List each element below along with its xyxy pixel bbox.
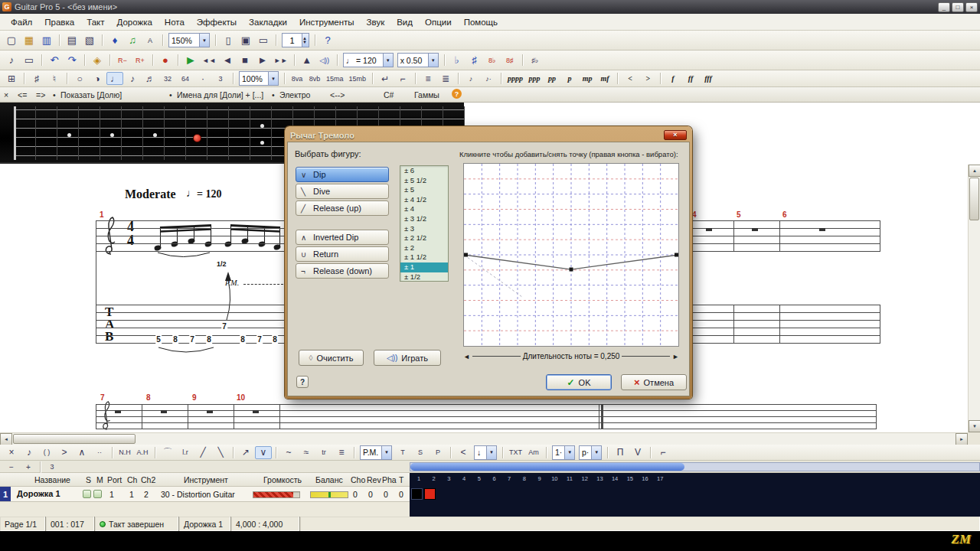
- new-score-button[interactable]: ▢: [3, 33, 20, 48]
- duration-left-arrow-icon[interactable]: ◄: [463, 353, 470, 360]
- hammer-on-button[interactable]: ⌒: [159, 446, 176, 459]
- menu-item-5[interactable]: Эффекты: [191, 15, 243, 29]
- artificial-harmonic-button[interactable]: A.H: [134, 446, 151, 459]
- fingering-left-select[interactable]: 1·▼: [552, 445, 575, 460]
- range-item[interactable]: ± 4 1/2: [400, 195, 448, 205]
- menu-item-0[interactable]: Файл: [5, 15, 38, 29]
- chorus-value[interactable]: 0: [353, 490, 358, 499]
- previous-measure-button[interactable]: ◄: [219, 53, 236, 68]
- cancel-button[interactable]: × Отмена: [621, 374, 687, 390]
- phaser-value[interactable]: 0: [384, 490, 388, 499]
- tempo-select[interactable]: ♩ = 120▼: [343, 53, 394, 67]
- figure-button-inverted-dip[interactable]: ∧Inverted Dip: [296, 230, 389, 245]
- menu-item-3[interactable]: Дорожка: [110, 15, 158, 29]
- track-number-cell[interactable]: 1: [0, 487, 11, 501]
- record-button[interactable]: ●: [157, 53, 174, 68]
- range-item[interactable]: ± 6: [400, 166, 448, 176]
- speaker-button[interactable]: ◁)): [316, 53, 333, 68]
- ottava-alta-button[interactable]: 8va: [289, 72, 305, 85]
- timeline-measure-number[interactable]: 13: [596, 475, 603, 482]
- first-measure-button[interactable]: ◄◄: [200, 53, 218, 68]
- remove-measure-button[interactable]: R−: [114, 53, 131, 68]
- key-button[interactable]: C#: [381, 89, 396, 101]
- timeline-measure-number[interactable]: 1: [417, 475, 420, 482]
- trill-button[interactable]: tr: [315, 446, 332, 459]
- current-measure-marker[interactable]: [424, 488, 436, 500]
- score-vertical-scrollbar[interactable]: ▲ ▼: [968, 165, 980, 432]
- line-lock-button[interactable]: ⌐: [394, 72, 411, 85]
- scroll-left-button[interactable]: ◄: [0, 433, 12, 445]
- scroll-right-button[interactable]: ►: [956, 433, 968, 445]
- play-figure-button[interactable]: ◁)) Играть: [374, 350, 441, 366]
- close-panel-button[interactable]: ×: [2, 89, 11, 101]
- duration-right-arrow-icon[interactable]: ►: [672, 353, 679, 360]
- range-item[interactable]: ± 5 1/2: [400, 176, 448, 186]
- wide-vibrato-button[interactable]: ≈: [298, 446, 315, 459]
- slide-legato-button[interactable]: ╱: [194, 446, 211, 459]
- help-icon[interactable]: ?: [452, 89, 462, 99]
- timeline-measure-number[interactable]: 14: [612, 475, 618, 482]
- figure-button-return[interactable]: ∪Return: [296, 246, 389, 262]
- instrument-name[interactable]: 30 - Distortion Guitar: [161, 490, 235, 499]
- prev-beat-button[interactable]: <=: [15, 89, 29, 101]
- popping-button[interactable]: P: [430, 446, 446, 459]
- mute-toggle[interactable]: [93, 490, 102, 498]
- crescendo-button[interactable]: <: [622, 72, 639, 85]
- slide-shift-button[interactable]: ╲: [212, 446, 229, 459]
- tremolo-curve-chart[interactable]: [463, 163, 679, 347]
- chord-button[interactable]: Am: [525, 446, 542, 459]
- natural-button[interactable]: ♮: [46, 72, 63, 85]
- triplet-button[interactable]: 3: [212, 72, 229, 85]
- slapping-button[interactable]: S: [412, 446, 429, 459]
- tremolo-value[interactable]: 0: [399, 490, 403, 499]
- dotted-note-button[interactable]: ·: [194, 72, 211, 85]
- timeline-scrollbar-thumb[interactable]: [410, 463, 684, 471]
- chord-grid-button[interactable]: ⊞: [3, 72, 20, 85]
- play-button[interactable]: ►: [182, 53, 199, 68]
- dynamic-ff-button[interactable]: ff: [682, 72, 699, 85]
- menu-item-10[interactable]: Опции: [419, 15, 458, 29]
- range-item[interactable]: ± 1 1/2: [400, 253, 448, 262]
- page-mode-button[interactable]: ▯: [220, 33, 237, 48]
- print-preview-button[interactable]: ▧: [81, 33, 98, 48]
- score-horizontal-scrollbar[interactable]: ◄ ►: [0, 432, 968, 445]
- pickstroke-up-button[interactable]: V: [629, 446, 646, 459]
- timeline-measure-number[interactable]: 6: [492, 475, 495, 482]
- timeline-measure-number[interactable]: 7: [508, 475, 511, 482]
- scales-button[interactable]: Гаммы: [412, 89, 442, 101]
- dialog-title-bar[interactable]: Рычаг Тремоло ×: [287, 129, 690, 142]
- timeline-measure-number[interactable]: 8: [523, 475, 526, 482]
- marker-button[interactable]: ◈: [89, 53, 106, 68]
- tuplet-small-button[interactable]: 3: [44, 461, 60, 472]
- ghost-note-button[interactable]: ( ): [38, 446, 55, 459]
- duration-plus-button[interactable]: +: [20, 461, 37, 472]
- volume-slider[interactable]: [253, 491, 300, 498]
- page-number-spinner[interactable]: 1▲▼: [282, 33, 309, 47]
- brush-select[interactable]: ↓▼: [474, 445, 497, 460]
- menu-item-7[interactable]: Инструменты: [293, 15, 361, 29]
- menu-item-1[interactable]: Правка: [38, 15, 80, 29]
- ottava-bassa-button[interactable]: 8vb: [306, 72, 323, 85]
- pickstroke-down-button[interactable]: Π: [612, 446, 629, 459]
- figure-button-dive[interactable]: ╲Dive: [296, 184, 389, 199]
- menu-item-11[interactable]: Помощь: [458, 15, 504, 29]
- electro-button[interactable]: Электро: [277, 89, 312, 101]
- horizontal-scroll-thumb[interactable]: [13, 434, 136, 444]
- metronome-button[interactable]: ▲: [299, 53, 315, 68]
- barre-button[interactable]: ⌐: [655, 446, 671, 459]
- timeline-measure-number[interactable]: 2: [433, 475, 436, 482]
- sharp-button[interactable]: ♯: [28, 72, 45, 85]
- range-item[interactable]: ± 3 1/2: [400, 214, 448, 224]
- half-note-button[interactable]: ◑: [89, 72, 106, 85]
- display-zoom-select[interactable]: 100%▼: [239, 71, 279, 86]
- dynamic-ppp-button[interactable]: ppp: [526, 72, 543, 85]
- curve-point[interactable]: [675, 253, 678, 257]
- range-item[interactable]: ± 2 1/2: [400, 233, 448, 243]
- whole-note-button[interactable]: ○: [71, 72, 88, 85]
- accent-button[interactable]: >: [56, 446, 73, 459]
- range-item[interactable]: ± 2: [400, 243, 448, 253]
- let-ring-button[interactable]: l.r: [177, 446, 194, 459]
- sixteenth-note-button[interactable]: ♬: [142, 72, 158, 85]
- export-audio-button[interactable]: ♫: [124, 33, 141, 48]
- transpose-down-button[interactable]: ♭: [449, 53, 466, 68]
